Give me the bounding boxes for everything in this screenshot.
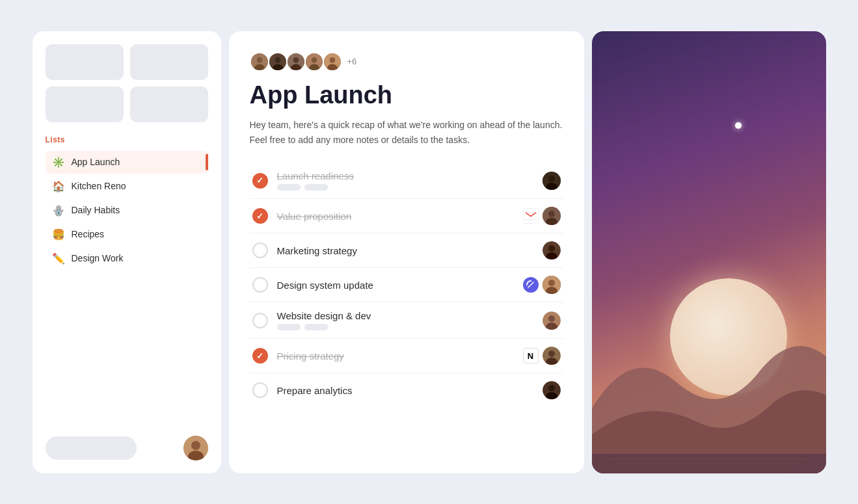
task-tags-1 <box>277 184 543 191</box>
sidebar-item-design-work[interactable]: ✏️ Design Work <box>46 247 208 270</box>
thumbnail-grid <box>46 44 208 122</box>
svg-point-31 <box>548 280 555 286</box>
sidebar-item-app-launch[interactable]: ✳️ App Launch <box>46 151 208 174</box>
svg-point-7 <box>275 57 280 63</box>
svg-point-10 <box>293 57 299 63</box>
svg-point-1 <box>191 441 200 450</box>
task-text-7: Prepare analytics <box>277 385 543 396</box>
star-dot <box>735 122 742 129</box>
task-assignee-2 <box>543 207 561 225</box>
tag-pill <box>277 324 301 330</box>
tag-pill <box>277 184 301 191</box>
gmail-icon <box>523 208 539 224</box>
svg-point-24 <box>548 211 555 217</box>
svg-point-34 <box>548 315 555 322</box>
design-work-emoji: ✏️ <box>52 252 65 265</box>
sidebar-item-daily-habits[interactable]: 🪬 Daily Habits <box>46 199 208 222</box>
task-assignee-7 <box>543 381 561 399</box>
task-meta-6: N <box>523 347 561 365</box>
task-assignee-4 <box>543 276 561 294</box>
avatar-1 <box>250 52 269 72</box>
linear-icon <box>523 277 539 293</box>
task-text-3: Marketing strategy <box>277 245 543 256</box>
task-text-1: Launch readiness <box>277 170 543 181</box>
app-launch-emoji: ✳️ <box>52 156 65 168</box>
left-panel: Lists ✳️ App Launch 🏠 Kitchen Reno 🪬 Dai… <box>33 31 221 473</box>
task-tags-5 <box>277 324 543 330</box>
notion-icon: N <box>523 348 539 364</box>
task-assignee-5 <box>543 312 561 330</box>
bottom-bar <box>46 436 208 460</box>
svg-point-40 <box>548 385 555 391</box>
task-content-5: Website design & dev <box>277 310 543 330</box>
task-row: Value proposition <box>250 199 563 233</box>
task-checkbox-7[interactable] <box>252 382 268 398</box>
task-content-3: Marketing strategy <box>277 245 543 256</box>
task-checkbox-5[interactable] <box>252 313 268 328</box>
app-wrapper: Lists ✳️ App Launch 🏠 Kitchen Reno 🪬 Dai… <box>20 18 839 486</box>
svg-point-27 <box>548 245 555 252</box>
sidebar-item-recipes[interactable]: 🍔 Recipes <box>46 223 208 246</box>
task-assignee-1 <box>543 172 561 190</box>
task-list: Launch readiness <box>250 163 563 407</box>
task-meta-5 <box>543 312 561 330</box>
task-checkbox-2[interactable] <box>252 208 268 224</box>
tag-pill <box>304 324 328 330</box>
avatars-row: +6 <box>250 52 563 72</box>
lists-label: Lists <box>46 135 208 144</box>
task-checkbox-1[interactable] <box>252 173 268 189</box>
thumb-3 <box>46 86 124 122</box>
task-meta-3 <box>543 241 561 259</box>
daily-habits-emoji: 🪬 <box>52 204 65 217</box>
task-text-4: Design system update <box>277 280 523 291</box>
tag-pill <box>304 184 328 191</box>
svg-point-13 <box>311 57 317 63</box>
sidebar-item-kitchen-reno[interactable]: 🏠 Kitchen Reno <box>46 175 208 198</box>
hero-image <box>592 31 826 473</box>
sidebar-item-label-recipes: Recipes <box>72 229 105 239</box>
task-content-4: Design system update <box>277 280 523 291</box>
svg-point-16 <box>329 57 335 63</box>
sidebar-item-label-design-work: Design Work <box>72 253 124 263</box>
bottom-pill <box>46 436 137 460</box>
list-items: ✳️ App Launch 🏠 Kitchen Reno 🪬 Daily Hab… <box>46 151 208 425</box>
task-content-2: Value proposition <box>277 211 523 222</box>
sidebar-item-label-app-launch: App Launch <box>72 157 120 167</box>
task-content-6: Pricing strategy <box>277 351 523 362</box>
right-panel <box>592 31 826 473</box>
task-content-1: Launch readiness <box>277 170 543 191</box>
recipes-emoji: 🍔 <box>52 228 65 241</box>
task-assignee-3 <box>543 241 561 259</box>
task-text-5: Website design & dev <box>277 310 543 321</box>
task-meta-2 <box>523 207 561 225</box>
task-row: Design system update <box>250 268 563 302</box>
avatar-3 <box>286 52 306 72</box>
task-checkbox-3[interactable] <box>252 243 268 258</box>
task-text-6: Pricing strategy <box>277 351 523 362</box>
task-checkbox-6[interactable] <box>252 348 268 364</box>
avatar-5 <box>323 52 342 72</box>
avatar-2 <box>268 52 288 72</box>
task-meta-7 <box>543 381 561 399</box>
sidebar-item-label-daily-habits: Daily Habits <box>72 205 120 215</box>
svg-point-4 <box>256 57 262 63</box>
middle-panel: +6 App Launch Hey team, here's a quick r… <box>229 31 584 473</box>
sidebar-item-label-kitchen-reno: Kitchen Reno <box>72 181 126 191</box>
task-meta-1 <box>543 172 561 190</box>
thumb-1 <box>46 44 124 80</box>
svg-point-19 <box>548 176 555 182</box>
kitchen-reno-emoji: 🏠 <box>52 180 65 192</box>
task-checkbox-4[interactable] <box>252 277 268 293</box>
thumb-2 <box>130 44 208 80</box>
task-row: Launch readiness <box>250 163 563 199</box>
thumb-4 <box>130 86 208 122</box>
page-title: App Launch <box>250 82 563 109</box>
avatar-count: +6 <box>347 57 357 66</box>
task-text-2: Value proposition <box>277 211 523 222</box>
task-row: Prepare analytics <box>250 373 563 407</box>
user-avatar[interactable] <box>183 436 208 460</box>
page-description: Hey team, here's a quick recap of what w… <box>250 118 563 147</box>
task-meta-4 <box>523 276 561 294</box>
task-assignee-6 <box>543 347 561 365</box>
task-content-7: Prepare analytics <box>277 385 543 396</box>
